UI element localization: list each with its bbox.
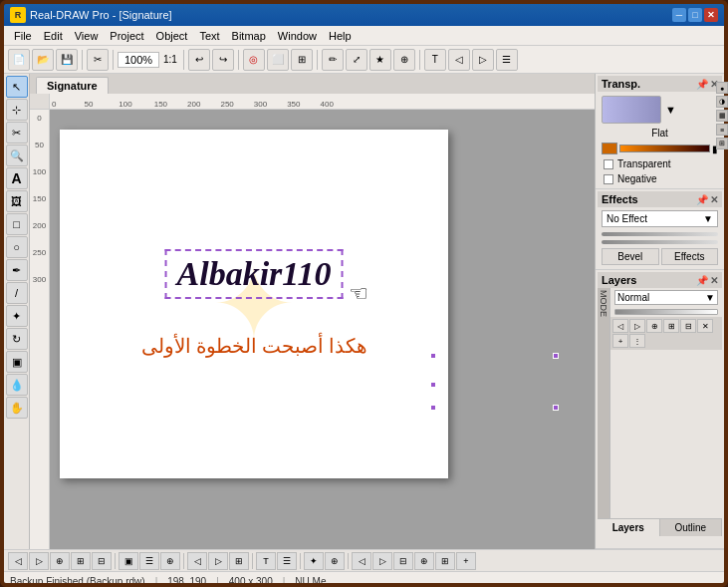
fill-tool[interactable]: ▣ <box>6 351 28 373</box>
right-strip-btn-3[interactable]: ▦ <box>716 110 728 122</box>
negative-checkbox[interactable] <box>604 174 613 184</box>
bt-btn-2[interactable]: ▷ <box>29 552 49 570</box>
layer-tb-btn-7[interactable]: + <box>612 334 628 348</box>
minimize-button[interactable]: ─ <box>672 8 686 22</box>
bt-btn-1[interactable]: ◁ <box>8 552 28 570</box>
bt-btn-19[interactable]: ⊕ <box>414 552 434 570</box>
layer-tb-btn-3[interactable]: ⊕ <box>646 319 662 333</box>
bt-btn-16[interactable]: ◁ <box>352 552 371 570</box>
right-strip-btn-4[interactable]: ≡ <box>716 124 728 136</box>
bt-btn-8[interactable]: ⊕ <box>160 552 180 570</box>
layer-tb-btn-6[interactable]: ✕ <box>697 319 713 333</box>
outline-tab[interactable]: Outline <box>660 519 723 536</box>
bt-btn-6[interactable]: ▣ <box>119 552 138 570</box>
menu-text[interactable]: Text <box>193 28 225 44</box>
rect-select[interactable]: ⬜ <box>267 49 289 71</box>
effects-close-icon[interactable]: ✕ <box>710 194 718 205</box>
layers-pin-icon[interactable]: 📌 <box>696 275 708 286</box>
layers-close-icon[interactable]: ✕ <box>710 275 718 286</box>
hand-tool[interactable]: ✋ <box>6 397 28 419</box>
menu-file[interactable]: File <box>8 28 38 44</box>
effects-tool[interactable]: ★ <box>369 49 391 71</box>
menu-help[interactable]: Help <box>323 28 358 44</box>
maximize-button[interactable]: □ <box>688 8 702 22</box>
ellipse-tool[interactable]: ○ <box>6 236 28 258</box>
menu-edit[interactable]: Edit <box>38 28 69 44</box>
save-button[interactable]: 💾 <box>56 49 78 71</box>
bt-btn-5[interactable]: ⊟ <box>92 552 112 570</box>
crop-tool[interactable]: ✂ <box>6 122 28 144</box>
line-tool[interactable]: / <box>6 282 28 304</box>
bt-btn-14[interactable]: ✦ <box>304 552 324 570</box>
pen-draw-tool[interactable]: ✒ <box>6 259 28 281</box>
select-tool[interactable]: ↖ <box>6 76 28 98</box>
align-right[interactable]: ▷ <box>472 49 494 71</box>
bevel-button[interactable]: Bevel <box>602 248 659 265</box>
text-tool[interactable]: A <box>6 167 28 189</box>
bt-btn-9[interactable]: ◁ <box>187 552 207 570</box>
bt-btn-17[interactable]: ▷ <box>372 552 392 570</box>
layer-tb-btn-4[interactable]: ⊞ <box>663 319 679 333</box>
effects-slider-2[interactable] <box>602 240 718 244</box>
circle-tool[interactable]: ◎ <box>243 49 265 71</box>
menu-window[interactable]: Window <box>272 28 323 44</box>
zoom-value[interactable]: 100% <box>118 52 159 68</box>
bt-btn-13[interactable]: ☰ <box>277 552 297 570</box>
main-text[interactable]: Albakir110 <box>165 249 344 299</box>
opacity-slider[interactable] <box>614 309 718 315</box>
magic-tool[interactable]: ⊕ <box>393 49 415 71</box>
node-tool[interactable]: ⊹ <box>6 99 28 121</box>
bt-btn-11[interactable]: ⊞ <box>229 552 249 570</box>
layer-tb-btn-5[interactable]: ⊟ <box>680 319 696 333</box>
cut-button[interactable]: ✂ <box>87 49 109 71</box>
effects-dropdown[interactable]: No Effect ▼ <box>602 210 718 227</box>
signature-tab[interactable]: Signature <box>36 77 109 94</box>
bt-btn-12[interactable]: T <box>256 552 276 570</box>
pen-tool[interactable]: ✏ <box>322 49 344 71</box>
effects-button[interactable]: Effects <box>661 248 719 265</box>
eyedropper-tool[interactable]: 💧 <box>6 374 28 396</box>
effects-dropdown-arrow[interactable]: ▼ <box>703 213 713 224</box>
open-button[interactable]: 📂 <box>32 49 54 71</box>
close-button[interactable]: ✕ <box>704 8 718 22</box>
layer-tb-btn-1[interactable]: ◁ <box>612 319 628 333</box>
menu-bitmap[interactable]: Bitmap <box>226 28 272 44</box>
transp-dropdown-icon[interactable]: ▼ <box>665 104 676 116</box>
star-tool[interactable]: ✦ <box>6 305 28 327</box>
rect-tool[interactable]: □ <box>6 213 28 235</box>
new-button[interactable]: 📄 <box>8 49 30 71</box>
redo-button[interactable]: ↪ <box>212 49 234 71</box>
bt-btn-7[interactable]: ☰ <box>139 552 159 570</box>
transparent-checkbox[interactable] <box>604 159 613 169</box>
transform-tool[interactable]: ⤢ <box>346 49 367 71</box>
bt-btn-10[interactable]: ▷ <box>208 552 228 570</box>
color-swatch[interactable] <box>602 143 617 154</box>
bt-btn-21[interactable]: + <box>456 552 476 570</box>
right-strip-btn-1[interactable]: ● <box>716 82 728 94</box>
transp-pin-icon[interactable]: 📌 <box>696 79 708 90</box>
zoom-tool[interactable]: 🔍 <box>6 145 28 166</box>
bt-btn-4[interactable]: ⊞ <box>71 552 91 570</box>
right-strip-btn-5[interactable]: ⊞ <box>716 138 728 149</box>
effects-slider-1[interactable] <box>602 232 718 236</box>
bt-btn-20[interactable]: ⊞ <box>435 552 455 570</box>
layer-tb-btn-2[interactable]: ▷ <box>629 319 645 333</box>
align-left[interactable]: ◁ <box>448 49 470 71</box>
right-strip-btn-2[interactable]: ◑ <box>716 96 728 108</box>
bt-btn-3[interactable]: ⊕ <box>50 552 70 570</box>
menu-project[interactable]: Project <box>104 28 149 44</box>
extra-btn[interactable]: ☰ <box>496 49 518 71</box>
text-size-tool[interactable]: T <box>424 49 446 71</box>
bt-btn-15[interactable]: ⊕ <box>325 552 345 570</box>
grid-button[interactable]: ⊞ <box>291 49 313 71</box>
bt-btn-18[interactable]: ⊟ <box>393 552 413 570</box>
effects-pin-icon[interactable]: 📌 <box>696 194 708 205</box>
menu-view[interactable]: View <box>69 28 105 44</box>
layer-tb-btn-8[interactable]: ⋮ <box>629 334 645 348</box>
rotate-tool[interactable]: ↻ <box>6 328 28 350</box>
undo-button[interactable]: ↩ <box>188 49 210 71</box>
image-tool[interactable]: 🖼 <box>6 190 28 212</box>
menu-object[interactable]: Object <box>150 28 194 44</box>
layers-tab[interactable]: Layers <box>598 519 660 536</box>
mode-dropdown[interactable]: Normal ▼ <box>614 290 718 305</box>
